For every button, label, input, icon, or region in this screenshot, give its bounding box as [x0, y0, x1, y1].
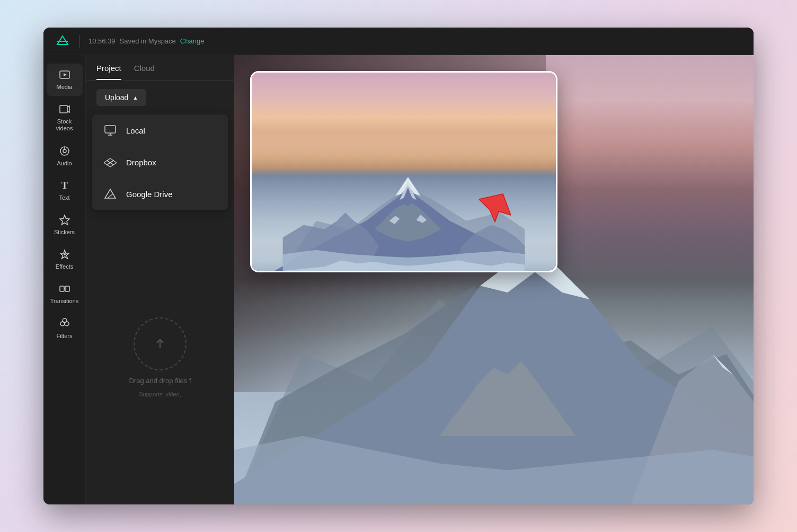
chevron-up-icon: ▲ — [132, 95, 138, 101]
sidebar-item-stock-videos[interactable]: Stock videos — [47, 98, 83, 137]
preview-card — [250, 71, 557, 272]
svg-marker-2 — [64, 73, 67, 76]
sidebar-item-label-stock: Stock videos — [50, 118, 79, 132]
dropdown-item-google-drive[interactable]: Google Drive — [92, 178, 228, 210]
svg-marker-21 — [110, 161, 117, 165]
change-link[interactable]: Change — [180, 37, 205, 45]
transitions-icon — [59, 283, 70, 295]
filters-icon — [59, 318, 70, 330]
player-area: Player — [234, 55, 754, 504]
dropbox-icon — [103, 155, 118, 170]
main-layout: Media Stock videos — [43, 55, 754, 504]
app-window: 10:56:39 Saved in Myspace Change Media — [43, 28, 754, 504]
svg-rect-10 — [60, 286, 64, 291]
sidebar-item-text[interactable]: T Text — [47, 174, 83, 207]
stickers-icon — [59, 214, 70, 226]
dropdown-label-gdrive: Google Drive — [126, 190, 173, 199]
dropdown-item-local[interactable]: Local — [92, 114, 228, 146]
sidebar-item-label-filters: Filters — [57, 333, 73, 340]
sidebar-item-label-transitions: Transitions — [50, 298, 78, 305]
drop-zone-sub: Supports: video, — [139, 391, 181, 397]
sidebar-item-stickers[interactable]: Stickers — [47, 209, 83, 241]
svg-point-15 — [63, 318, 67, 323]
svg-rect-16 — [105, 126, 116, 133]
svg-marker-22 — [105, 189, 116, 198]
saved-text: Saved in Myspace — [120, 37, 176, 45]
media-icon — [59, 69, 70, 81]
sidebar-item-label-stickers: Stickers — [54, 229, 75, 236]
upload-section: Upload ▲ — [86, 81, 234, 114]
stock-videos-icon — [59, 103, 70, 115]
svg-point-9 — [64, 253, 66, 255]
app-logo — [54, 33, 71, 50]
tab-project[interactable]: Project — [96, 64, 121, 80]
upload-dropdown-menu: Local Dropbox — [92, 114, 228, 210]
sidebar-item-filters[interactable]: Filters — [47, 313, 83, 345]
sidebar-item-media[interactable]: Media — [47, 64, 83, 96]
title-bar: 10:56:39 Saved in Myspace Change — [43, 28, 754, 55]
sidebar-item-label-audio: Audio — [57, 160, 72, 167]
sidebar-item-label-effects: Effects — [56, 263, 73, 270]
timestamp: 10:56:39 — [88, 37, 116, 45]
svg-marker-8 — [60, 215, 69, 225]
drop-zone-circle — [134, 317, 187, 370]
svg-point-5 — [63, 149, 66, 153]
dropdown-item-dropbox[interactable]: Dropbox — [92, 146, 228, 178]
sidebar-item-label-media: Media — [57, 84, 73, 91]
svg-line-23 — [108, 194, 113, 198]
icon-sidebar: Media Stock videos — [43, 55, 86, 504]
sidebar-item-transitions[interactable]: Transitions — [47, 278, 83, 310]
monitor-icon — [103, 123, 118, 138]
sidebar-item-label-text: Text — [59, 194, 69, 201]
text-icon: T — [59, 180, 70, 191]
svg-marker-20 — [104, 161, 110, 165]
google-drive-icon — [103, 187, 118, 201]
tab-cloud[interactable]: Cloud — [134, 64, 155, 80]
title-divider — [79, 35, 80, 48]
sidebar-item-audio[interactable]: Audio — [47, 140, 83, 172]
sidebar-item-effects[interactable]: Effects — [47, 243, 83, 276]
panel-tabs: Project Cloud — [86, 55, 234, 81]
svg-rect-11 — [65, 286, 69, 291]
content-panel: Project Cloud Upload ▲ — [86, 55, 234, 504]
audio-icon — [59, 145, 70, 157]
drop-zone: Drag and drop files f Supports: video, — [86, 210, 234, 504]
drop-zone-text: Drag and drop files f — [129, 377, 191, 385]
svg-rect-3 — [60, 105, 67, 113]
red-cursor-arrow — [476, 191, 513, 223]
dropdown-label-local: Local — [126, 126, 145, 135]
title-info: 10:56:39 Saved in Myspace Change — [88, 37, 204, 45]
upload-button[interactable]: Upload ▲ — [96, 89, 146, 106]
upload-label: Upload — [105, 93, 128, 102]
svg-text:T: T — [61, 180, 67, 191]
dropdown-label-dropbox: Dropbox — [126, 158, 156, 167]
effects-icon — [59, 249, 70, 260]
